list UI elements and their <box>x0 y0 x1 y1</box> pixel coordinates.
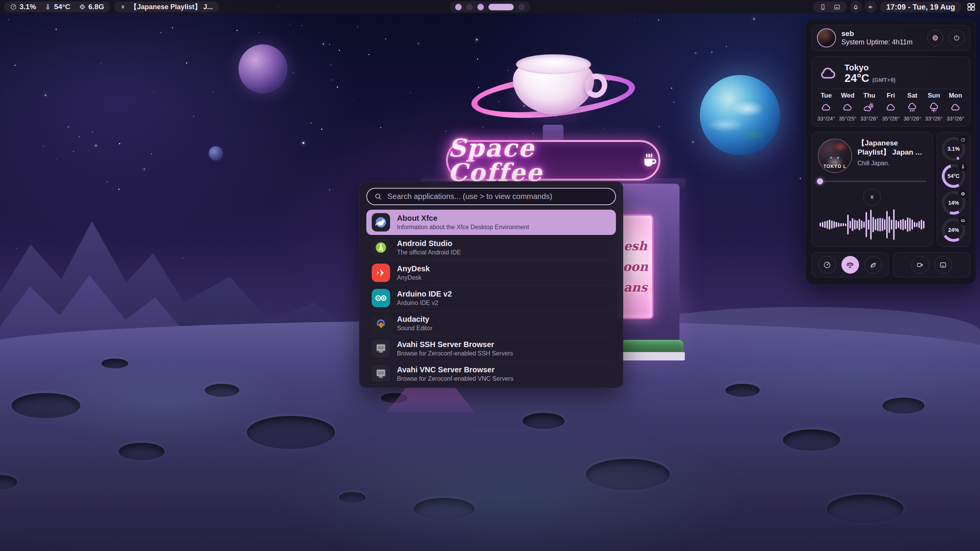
workspace-dot-empty[interactable] <box>466 4 473 10</box>
audio-waveform <box>818 209 926 240</box>
shop-planter <box>620 352 685 360</box>
waveform-bar <box>849 221 851 228</box>
workspace-dot-occupied[interactable] <box>455 4 462 10</box>
waveform-bar <box>845 223 846 226</box>
pause-icon <box>869 194 875 200</box>
album-art: TOKYO L <box>818 139 852 173</box>
forecast-day-name: Sun <box>928 92 940 99</box>
scales-icon <box>846 261 854 269</box>
media-progress-bar[interactable] <box>818 178 926 184</box>
image-icon[interactable] <box>833 3 841 11</box>
power-profiles-card <box>811 252 889 277</box>
search-icon <box>374 192 382 201</box>
leaf-icon <box>869 261 877 269</box>
waveform-bar <box>868 220 869 230</box>
waveform-bar <box>831 220 833 229</box>
waveform-bar <box>843 223 844 226</box>
system-gauge: 14% <box>942 191 965 215</box>
sun-cloud-icon <box>864 102 875 113</box>
pause-button[interactable] <box>863 188 881 206</box>
clock[interactable]: 17:09 - Tue, 19 Aug <box>880 2 961 12</box>
notifications-button[interactable] <box>850 1 862 13</box>
forecast-temps: 33°/24° <box>817 116 835 122</box>
app-description: The official Android IDE <box>397 249 461 256</box>
clock-text: 17:09 - Tue, 19 Aug <box>886 3 955 11</box>
waveform-bar <box>872 217 874 232</box>
app-title: Arduino IDE v2 <box>397 289 452 298</box>
power-button[interactable] <box>949 30 965 46</box>
cloud-icon <box>818 64 838 83</box>
neon-sign-text: Space Coffee <box>448 136 632 185</box>
cloud-icon <box>842 102 853 113</box>
control-panel: seb System Uptime: 4h11m Tokyo 24°C (GMT… <box>805 19 976 285</box>
app-list-item[interactable]: About Xfce Information about the Xfce De… <box>366 210 616 235</box>
media-indicator-pill[interactable]: 【Japanese Playlist】 J... <box>114 2 219 12</box>
waveform-bar <box>889 216 890 233</box>
thermometer-icon <box>44 3 51 10</box>
arduino-app-icon <box>372 289 390 307</box>
system-gauges-card: 3.1% 54°C 14% 24% <box>937 132 970 247</box>
waveform-bar <box>847 215 849 235</box>
waveform-bar <box>893 209 895 240</box>
waveform-bar <box>900 220 902 230</box>
app-list-item[interactable]: Avahi SSH Server Browser Browse for Zero… <box>366 336 616 361</box>
forecast-temps: 35°/26° <box>882 116 900 122</box>
speedometer-icon <box>823 261 831 269</box>
app-list-item[interactable]: Avahi VNC Server Browser Browse for Zero… <box>366 361 616 381</box>
stat-item: 3.1% <box>10 3 36 11</box>
app-launcher: About Xfce Information about the Xfce De… <box>359 181 623 388</box>
waveform-bar <box>882 218 883 231</box>
album-art-label: TOKYO L <box>818 164 851 169</box>
speaker-icon <box>867 4 874 10</box>
waveform-bar <box>884 219 885 230</box>
forecast-day-name: Thu <box>863 92 875 99</box>
workspace-dot-occupied[interactable] <box>477 4 484 10</box>
user-name: seb <box>841 30 922 38</box>
waveform-bar <box>907 217 908 232</box>
video-button[interactable] <box>911 256 929 274</box>
waveform-bar <box>836 222 837 227</box>
search-input[interactable] <box>387 192 608 201</box>
power-profile-button[interactable] <box>841 256 859 274</box>
panel-bottom-row <box>811 252 970 277</box>
system-uptime: System Uptime: 4h11m <box>841 39 922 46</box>
app-description: Information about the Xfce Desktop Envir… <box>397 223 529 231</box>
apps-grid-icon[interactable] <box>966 2 976 12</box>
app-list-item[interactable]: Android Studio The official Android IDE <box>366 235 616 260</box>
waveform-bar <box>879 218 881 231</box>
waveform-bar <box>854 220 856 230</box>
workspace-dot-active[interactable] <box>488 4 514 10</box>
settings-button[interactable] <box>927 30 943 46</box>
app-list-item[interactable]: AnyDesk AnyDesk <box>366 260 616 285</box>
forecast-temps: 35°/25° <box>839 116 856 122</box>
gear-icon <box>931 34 939 42</box>
power-profile-button[interactable] <box>864 256 882 274</box>
volume-button[interactable] <box>865 1 877 13</box>
progress-thumb[interactable] <box>817 178 823 184</box>
waveform-bar <box>902 219 904 230</box>
waveform-bar <box>838 223 840 227</box>
system-gauge: 3.1% <box>942 137 965 161</box>
app-list-item[interactable]: Audacity Sound Editor <box>366 311 616 336</box>
screenshot-button[interactable] <box>934 256 952 274</box>
neon-window-text: esh <box>624 239 647 253</box>
waveform-bar <box>905 220 906 229</box>
xfce-app-icon <box>372 213 390 231</box>
avahi-app-icon <box>372 365 390 381</box>
waveform-bar <box>909 218 911 231</box>
video-icon <box>916 261 924 269</box>
forecast-temps: 33°/26° <box>925 116 942 122</box>
forecast-day: Fri 35°/26° <box>880 92 902 122</box>
phone-icon[interactable] <box>819 3 826 11</box>
waveform-bar <box>833 221 835 228</box>
forecast-day-name: Wed <box>841 92 855 99</box>
app-title: Avahi SSH Server Browser <box>397 340 513 349</box>
power-profile-button[interactable] <box>818 256 836 274</box>
system-stats-pill: 3.1% 54°C 6.8G <box>4 2 110 12</box>
weather-current: Tokyo 24°C (GMT+9) <box>812 57 970 88</box>
waveform-bar <box>856 220 858 229</box>
cloud-icon <box>950 102 961 113</box>
waveform-bar <box>861 220 862 229</box>
app-list-item[interactable]: Arduino IDE v2 Arduino IDE v2 <box>366 285 616 311</box>
workspace-dot-empty[interactable] <box>518 4 525 10</box>
